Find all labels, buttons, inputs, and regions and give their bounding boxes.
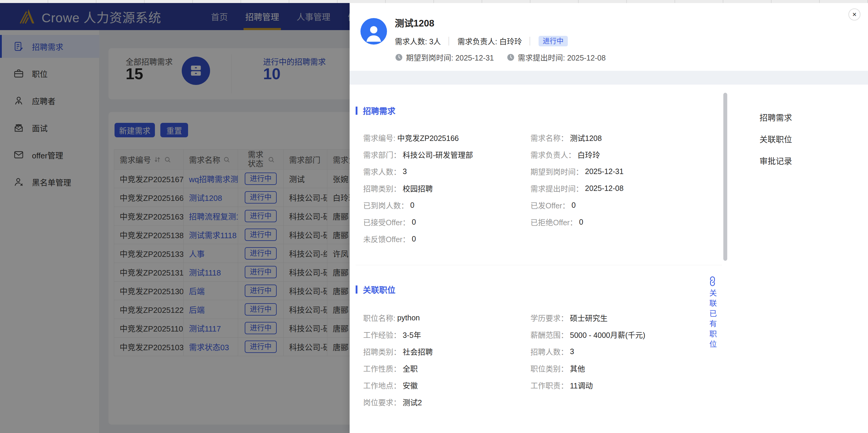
anchor-approval-records[interactable]: 审批记录: [760, 155, 792, 164]
field-label: 工作经验：: [363, 329, 401, 340]
field-label: 需求部门：: [363, 149, 401, 160]
field-label: 学历要求：: [530, 312, 568, 323]
field-value: 3: [570, 347, 574, 356]
field-label: 未反馈Offer：: [363, 233, 410, 244]
field-value: 社会招聘: [403, 346, 433, 357]
anchor-requisition[interactable]: 招聘需求: [760, 111, 792, 121]
section-requisition-right: 需求名称：测试1208 需求负责人：白玲玲 期望到岗时间：2025-12-31 …: [530, 132, 624, 227]
field-value: 硕士研究生: [570, 312, 608, 323]
field-label: 工作性质：: [363, 363, 401, 374]
section-requisition-left: 需求编号:中竞发ZP2025166 需求部门：科技公司-研发管理部 需求人数：3…: [363, 132, 473, 244]
field-value: 白玲玲: [578, 149, 600, 160]
field-label: 职位类别：: [530, 363, 568, 374]
field-label: 需求编号:: [363, 132, 396, 143]
field-label: 薪酬范围：: [530, 329, 568, 340]
field-label: 招聘类别：: [363, 346, 401, 357]
section-position-right: 学历要求：硕士研究生 薪酬范围：5000 - 4000月薪(千元) 招聘人数：3…: [530, 312, 645, 390]
field-label: 招聘人数：: [530, 346, 568, 357]
raised-date-text: 需求提出时间: 2025-12-08: [518, 52, 606, 63]
link-existing-position-button[interactable]: 关联已有职位: [707, 276, 718, 351]
drawer-title: 测试1208: [395, 16, 434, 29]
meta-owner: 需求负责人: 白玲玲: [458, 36, 522, 46]
field-value: 校园招聘: [403, 183, 433, 194]
field-label: 招聘类别：: [363, 183, 401, 194]
field-value: 2025-12-08: [585, 184, 624, 193]
field-label: 需求名称：: [530, 132, 568, 143]
expected-date: 期望到岗时间: 2025-12-31: [395, 52, 494, 63]
field-label: 工作地点：: [363, 380, 401, 391]
raised-date: 需求提出时间: 2025-12-08: [507, 52, 606, 63]
field-value: 科技公司-研发管理部: [403, 149, 473, 160]
link-existing-position-label: 关联已有职位: [707, 289, 718, 351]
field-value: 3-5年: [403, 329, 421, 340]
field-value: 0: [410, 201, 414, 209]
drawer-scrollbar[interactable]: [723, 93, 727, 261]
field-label: 已接受Offer：: [363, 216, 410, 227]
field-value: 全职: [403, 363, 418, 374]
drawer-anchor-nav: 招聘需求 关联职位 审批记录: [760, 111, 792, 164]
field-label: 工作职责：: [530, 380, 568, 391]
drawer-dates: 期望到岗时间: 2025-12-31 需求提出时间: 2025-12-08: [395, 52, 606, 63]
close-icon[interactable]: ×: [848, 8, 861, 21]
clock-icon: [507, 53, 515, 61]
field-label: 岗位要求：: [363, 397, 401, 407]
browser-edge-strip: [0, 0, 868, 3]
field-value: 测试2: [403, 397, 422, 407]
link-icon: [706, 274, 719, 288]
field-value: 11调动: [570, 380, 593, 391]
section-heading-text: 关联职位: [363, 284, 396, 295]
clock-icon: [395, 53, 403, 61]
field-label: 已拒绝Offer：: [530, 216, 577, 227]
field-value: 0: [412, 235, 416, 243]
section-requisition-heading: 招聘需求: [355, 105, 396, 116]
meta-separator: │: [447, 37, 452, 45]
requisition-detail-drawer: × 测试1208 需求人数: 3人 │ 需求负责人: 白玲玲 │ 进行中 期望到…: [350, 0, 868, 433]
drawer-header-divider: [350, 71, 868, 85]
field-value: 3: [403, 167, 407, 176]
field-value: 0: [579, 218, 583, 227]
field-value: 0: [412, 218, 416, 227]
field-label: 已到岗人数：: [363, 200, 408, 210]
meta-separator: │: [528, 37, 532, 45]
section-divider: [355, 265, 722, 265]
app-root: Crowe 人力资源系统 首页 招聘管理 人事管理 假期管理 招聘需求 职位: [0, 0, 868, 433]
anchor-linked-position[interactable]: 关联职位: [760, 133, 792, 142]
field-label: 需求负责人：: [530, 149, 576, 160]
field-value: 0: [571, 201, 576, 209]
section-position-left: 职位名称:python 工作经验：3-5年 招聘类别：社会招聘 工作性质：全职 …: [363, 312, 433, 407]
field-value: 其他: [570, 363, 585, 374]
field-value: python: [397, 313, 420, 322]
field-value: 中竞发ZP2025166: [397, 132, 459, 143]
expected-date-text: 期望到岗时间: 2025-12-31: [406, 52, 494, 63]
section-heading-text: 招聘需求: [363, 105, 396, 116]
field-value: 5000 - 4000月薪(千元): [570, 329, 645, 340]
meta-headcount: 需求人数: 3人: [395, 36, 441, 46]
user-icon: [364, 24, 384, 43]
avatar: [361, 18, 387, 44]
field-value: 2025-12-31: [585, 167, 624, 176]
field-value: 测试1208: [570, 132, 602, 143]
field-value: 安徽: [403, 380, 418, 391]
status-badge: 进行中: [538, 36, 568, 46]
drawer-meta: 需求人数: 3人 │ 需求负责人: 白玲玲 │ 进行中: [395, 36, 568, 46]
field-label: 需求人数：: [363, 166, 401, 177]
section-position-heading: 关联职位: [355, 284, 396, 295]
field-label: 职位名称:: [363, 312, 396, 323]
field-label: 期望到岗时间：: [530, 166, 583, 177]
field-label: 已发Offer：: [530, 200, 569, 210]
field-label: 需求提出时间：: [530, 183, 583, 194]
